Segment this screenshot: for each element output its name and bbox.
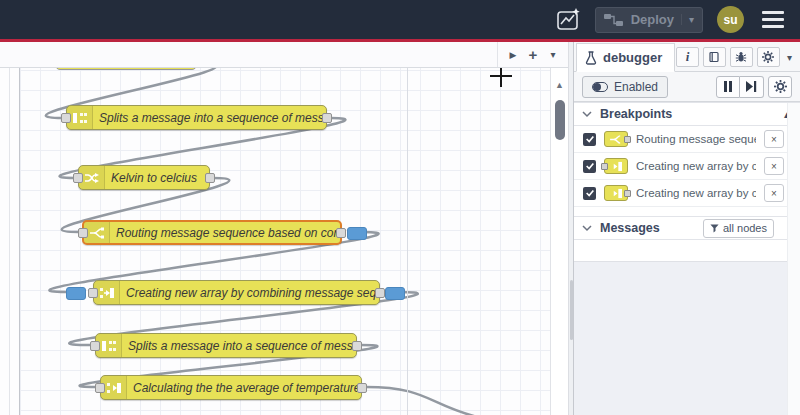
debugger-controls: [716, 76, 792, 98]
breakpoints-section-header[interactable]: Breakpoints ▲: [574, 102, 800, 126]
step-button[interactable]: [740, 76, 764, 98]
scrollbar-thumb[interactable]: [555, 100, 565, 140]
ai-chart-icon: [555, 7, 581, 33]
scroll-up-arrow[interactable]: ▲: [551, 80, 568, 90]
chevron-down-icon: [582, 224, 592, 232]
output-port[interactable]: [322, 113, 332, 123]
check-icon: [585, 134, 595, 144]
debug-bug-button[interactable]: [730, 47, 753, 67]
toggle-icon: [592, 82, 608, 92]
enabled-label: Enabled: [614, 80, 658, 94]
sidebar-tab-buttons: i ▾: [676, 47, 800, 71]
check-icon: [585, 161, 595, 171]
breakpoint-checkbox[interactable]: [583, 160, 596, 173]
deploy-label: Deploy: [631, 12, 674, 27]
breakpoint-marker-output[interactable]: [385, 287, 405, 300]
mini-input-port: [601, 163, 608, 170]
check-icon: [585, 188, 595, 198]
node-split-1[interactable]: Splits a message into a sequence of mess…: [66, 105, 327, 130]
main-area: ▶ + ▾: [0, 42, 800, 415]
wire[interactable]: [366, 387, 550, 415]
sidebar-scrollbar-track[interactable]: [787, 103, 800, 415]
flow-list-caret-button[interactable]: ▾: [544, 42, 562, 67]
remove-breakpoint-button[interactable]: ×: [764, 157, 784, 175]
bug-icon: [735, 51, 747, 63]
remove-breakpoint-button[interactable]: ×: [764, 130, 784, 148]
tab-debugger[interactable]: debugger: [576, 43, 675, 72]
filter-label: all nodes: [723, 222, 767, 234]
tabstrip-controls: ▶ + ▾: [497, 42, 568, 67]
sidebar-tabbar: debugger i ▾: [574, 42, 800, 72]
breakpoint-checkbox[interactable]: [583, 133, 596, 146]
node-join-2[interactable]: Calculating the the average of temperatu…: [100, 375, 362, 400]
node-join-1[interactable]: Creating new array by combining message …: [93, 280, 380, 305]
add-flow-button[interactable]: +: [524, 42, 542, 67]
ai-chart-button[interactable]: [555, 7, 581, 33]
canvas-left-margin: [0, 68, 20, 415]
messages-section-header[interactable]: Messages all nodes: [574, 216, 800, 240]
node-label: Splits a message into a sequence of mess…: [128, 334, 352, 357]
tab-scroll-right-button[interactable]: ▶: [504, 42, 522, 67]
breakpoint-checkbox[interactable]: [583, 187, 596, 200]
breakpoint-marker-input[interactable]: [66, 287, 86, 300]
input-port[interactable]: [61, 113, 71, 123]
mini-output-port: [624, 136, 631, 143]
flow-canvas[interactable]: Splits a message into a sequence of mess…: [0, 68, 550, 415]
node-red-app: Deploy ▾ su ▶ + ▾: [0, 0, 800, 415]
settings-button[interactable]: [757, 47, 780, 67]
node-label: Splits a message into a sequence of mess…: [99, 106, 322, 129]
output-port[interactable]: [352, 341, 362, 351]
messages-title: Messages: [600, 221, 660, 235]
input-port[interactable]: [88, 288, 98, 298]
input-port[interactable]: [90, 341, 100, 351]
mini-output-port: [624, 190, 631, 197]
help-book-button[interactable]: [703, 47, 726, 67]
messages-empty-area: [574, 262, 800, 415]
deploy-caret-icon[interactable]: ▾: [681, 14, 694, 25]
node-switch[interactable]: Routing message sequence based on condit…: [82, 220, 342, 245]
flask-icon: [585, 51, 597, 65]
deploy-nodes-icon: [604, 13, 624, 27]
node-change[interactable]: Kelvin to celcius: [78, 165, 210, 190]
breakpoint-label: Creating new array by combining message …: [636, 160, 756, 172]
filter-all-nodes-button[interactable]: all nodes: [703, 219, 774, 238]
canvas-vertical-scrollbar[interactable]: ▲: [550, 68, 568, 415]
breakpoint-row: Creating new array by combining message …: [574, 153, 800, 180]
main-menu-button[interactable]: [758, 9, 788, 30]
node-label: Routing message sequence based on condit…: [116, 222, 336, 243]
canvas-boundary-line: [407, 68, 408, 415]
enabled-toggle-button[interactable]: Enabled: [582, 76, 668, 98]
output-port[interactable]: [336, 228, 346, 238]
remove-breakpoint-button[interactable]: ×: [764, 184, 784, 202]
breakpoint-marker-output[interactable]: [347, 227, 367, 240]
debugger-settings-button[interactable]: [768, 76, 792, 98]
node-label: Kelvin to celcius: [111, 166, 205, 189]
input-port[interactable]: [78, 228, 88, 238]
sidebar-menu-caret[interactable]: ▾: [784, 52, 795, 63]
breakpoint-label: Creating new array by combining message …: [636, 187, 756, 199]
debugger-toolbar: Enabled: [574, 72, 800, 102]
mini-switch-node-icon: [604, 131, 628, 147]
breakpoints-title: Breakpoints: [600, 107, 672, 121]
output-port[interactable]: [375, 288, 385, 298]
input-port[interactable]: [95, 383, 105, 393]
gear-icon: [774, 80, 787, 93]
clipped-node[interactable]: [55, 68, 197, 70]
node-split-2[interactable]: Splits a message into a sequence of mess…: [95, 333, 357, 358]
header-bar: Deploy ▾ su: [0, 0, 800, 42]
pause-icon: [723, 81, 733, 92]
pause-button[interactable]: [716, 76, 740, 98]
hamburger-icon: [762, 11, 784, 14]
deploy-button[interactable]: Deploy ▾: [595, 7, 703, 33]
input-port[interactable]: [73, 173, 83, 183]
node-label: Creating new array by combining message …: [126, 281, 375, 304]
user-avatar[interactable]: su: [717, 6, 744, 33]
messages-empty-row: [574, 240, 800, 262]
gear-icon: [762, 51, 774, 63]
output-port[interactable]: [357, 383, 367, 393]
mini-join-node-icon: [604, 185, 628, 201]
info-button[interactable]: i: [676, 47, 699, 67]
output-port[interactable]: [205, 173, 215, 183]
breakpoint-row: Routing message sequence based on condit…: [574, 126, 800, 153]
breakpoint-row: Creating new array by combining message …: [574, 180, 800, 207]
